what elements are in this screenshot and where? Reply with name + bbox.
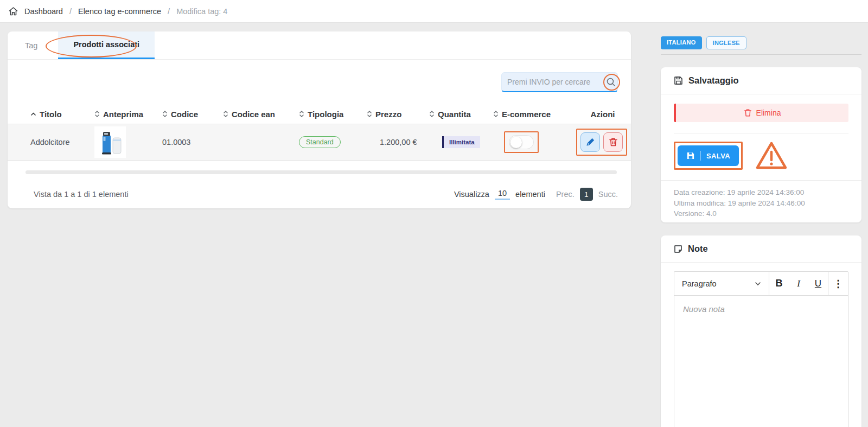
trash-icon (744, 109, 752, 117)
column-header-quantita[interactable]: Quantita (429, 110, 493, 119)
column-header-tipologia[interactable]: Tipologia (299, 110, 367, 119)
current-page-button[interactable]: 1 (580, 188, 593, 201)
elimina-button[interactable]: Elimina (674, 104, 848, 122)
column-header-codice-ean[interactable]: Codice ean (223, 110, 299, 119)
search-box (501, 72, 618, 92)
meta-created: Data creazione: 19 aprile 2024 14:36:00 (674, 187, 848, 198)
next-page-button[interactable]: Succ. (598, 190, 618, 199)
visualizza-label: Visualizza (454, 190, 489, 199)
italic-button[interactable]: I (789, 272, 808, 296)
sort-both-icon (162, 110, 168, 118)
salvataggio-header: Salvataggio (661, 67, 861, 94)
note-icon (674, 245, 682, 253)
breadcrumb-dashboard[interactable]: Dashboard (24, 7, 63, 16)
salva-button[interactable]: SALVA (678, 145, 739, 166)
tab-tag[interactable]: Tag (14, 31, 48, 59)
tab-bar: Tag Prodotti associati (8, 31, 631, 60)
editor-toolbar: Paragrafo B I U ⋮ (674, 272, 848, 296)
note-editor: Paragrafo B I U ⋮ Nuova nota (674, 271, 848, 427)
annotation-warning-icon (755, 140, 788, 171)
divider (700, 151, 701, 161)
ecommerce-toggle[interactable] (509, 135, 534, 149)
products-card: Tag Prodotti associati Titolo Anteprima … (8, 31, 631, 208)
sort-asc-icon (30, 112, 36, 116)
more-options-icon[interactable]: ⋮ (828, 272, 848, 296)
breadcrumb: Dashboard / Elenco tag e-commerce / Modi… (0, 0, 868, 23)
panel-title: Salvataggio (688, 75, 739, 86)
save-icon (686, 151, 695, 160)
language-switcher: ITALIANO INGLESE (661, 36, 746, 49)
pen-icon (585, 137, 595, 147)
results-summary: Vista da 1 a 1 di 1 elementi (34, 190, 129, 199)
column-header-titolo[interactable]: Titolo (30, 110, 94, 119)
edit-button[interactable] (580, 132, 600, 152)
column-header-azioni: Azioni (575, 110, 631, 119)
delete-button[interactable] (603, 132, 623, 152)
cell-titolo: Addolcitore (30, 138, 94, 146)
cell-prezzo: 1.200,00 € (367, 138, 429, 146)
sort-both-icon (429, 110, 435, 118)
tipologia-badge: Standard (299, 136, 341, 148)
sort-both-icon (223, 110, 228, 118)
sort-both-icon (299, 110, 304, 118)
cell-ecommerce (493, 131, 575, 153)
annotation-box-salva: SALVA (674, 142, 743, 170)
product-image[interactable] (94, 126, 126, 158)
tab-prodotti-associati[interactable]: Prodotti associati (58, 31, 155, 59)
prev-page-button[interactable]: Prec. (556, 190, 575, 199)
paragraph-style-select[interactable]: Paragrafo (674, 279, 769, 288)
annotation-box-toggle (504, 131, 539, 153)
meta-version: Versione: 4.0 (674, 208, 848, 219)
panel-title: Note (688, 244, 708, 254)
elementi-label: elementi (515, 190, 545, 199)
column-header-anteprima[interactable]: Anteprima (94, 110, 162, 119)
toggle-knob (510, 137, 522, 148)
column-header-ecommerce[interactable]: E-commerce (493, 110, 575, 119)
annotation-box-actions (576, 129, 627, 156)
quantita-badge: Illimitata (442, 136, 480, 148)
divider (674, 133, 848, 133)
note-header: Note (661, 235, 861, 263)
lang-inglese-button[interactable]: INGLESE (706, 36, 746, 49)
table-footer: Vista da 1 a 1 di 1 elementi Visualizza … (8, 180, 631, 208)
sort-both-icon (94, 110, 100, 118)
search-icon[interactable] (605, 77, 616, 87)
salvataggio-panel: Salvataggio Elimina SALVA Data creazione… (661, 67, 861, 222)
home-icon[interactable] (9, 7, 18, 16)
meta-modified: Ultima modifica: 19 aprile 2024 14:46:00 (674, 198, 848, 209)
cell-codice: 01.0003 (162, 138, 223, 146)
lang-italiano-button[interactable]: ITALIANO (661, 36, 702, 49)
trash-icon (609, 137, 618, 147)
column-header-codice[interactable]: Codice (162, 110, 223, 119)
underline-button[interactable]: U (808, 272, 828, 296)
sort-both-icon (493, 110, 499, 118)
table-row: Addolcitore 01.0003 Standard 1.200,00 € … (8, 124, 631, 161)
divider (661, 180, 861, 181)
cell-quantita: Illimitata (429, 136, 493, 148)
cell-anteprima (94, 126, 162, 158)
page-size-select[interactable]: 10 (495, 189, 510, 200)
note-panel: Note Paragrafo B I U ⋮ Nuova nota (661, 235, 861, 427)
bold-button[interactable]: B (769, 272, 789, 296)
search-input[interactable] (507, 78, 605, 86)
note-textarea[interactable]: Nuova nota (674, 296, 848, 427)
horizontal-scrollbar[interactable] (25, 170, 617, 174)
column-header-prezzo[interactable]: Prezzo (367, 110, 429, 119)
breadcrumb-separator: / (69, 7, 72, 16)
breadcrumb-current: Modifica tag: 4 (176, 7, 227, 16)
table-toolbar (8, 60, 631, 104)
breadcrumb-separator: / (168, 7, 170, 16)
chevron-down-icon (755, 282, 761, 286)
breadcrumb-elenco-tag[interactable]: Elenco tag e-commerce (78, 7, 161, 16)
divider (661, 54, 861, 55)
sort-both-icon (367, 110, 372, 118)
cell-tipologia: Standard (299, 136, 367, 148)
save-icon (674, 76, 683, 85)
cell-azioni (575, 129, 631, 156)
table-header: Titolo Anteprima Codice Codice ean Tipol… (8, 104, 631, 124)
